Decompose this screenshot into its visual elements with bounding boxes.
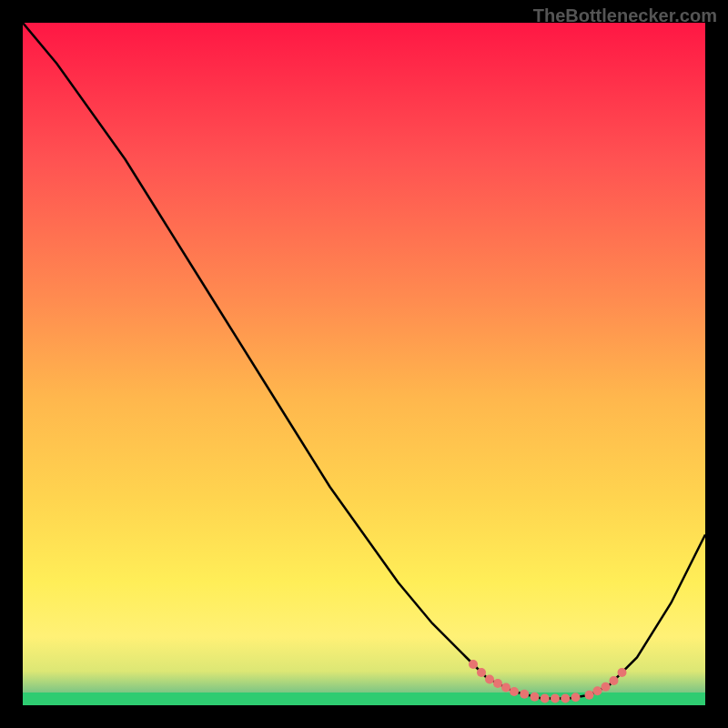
svg-point-1 xyxy=(477,668,486,677)
svg-point-13 xyxy=(593,686,602,695)
svg-point-10 xyxy=(561,694,570,703)
chart-container: TheBottlenecker.com xyxy=(0,0,728,728)
gradient-background xyxy=(23,23,705,705)
svg-point-6 xyxy=(520,690,529,699)
svg-point-11 xyxy=(571,693,581,702)
svg-point-8 xyxy=(541,694,550,703)
green-baseline xyxy=(23,693,705,705)
svg-point-5 xyxy=(510,687,519,696)
svg-point-16 xyxy=(618,668,627,677)
svg-point-0 xyxy=(469,660,478,669)
svg-point-14 xyxy=(602,682,611,692)
chart-svg xyxy=(23,23,705,705)
plot-area xyxy=(23,23,705,705)
watermark-text: TheBottlenecker.com xyxy=(533,5,717,26)
svg-point-3 xyxy=(493,679,502,688)
svg-point-15 xyxy=(610,676,619,685)
svg-point-4 xyxy=(501,683,511,693)
svg-point-7 xyxy=(531,693,540,702)
svg-point-12 xyxy=(585,691,594,700)
svg-point-9 xyxy=(551,694,560,703)
svg-point-2 xyxy=(485,675,494,684)
